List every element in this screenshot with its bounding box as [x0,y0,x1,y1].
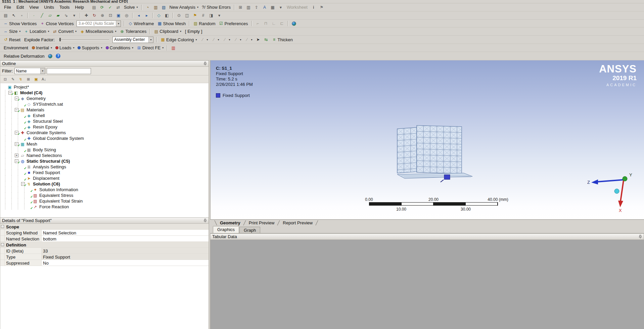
direct-fe-dropdown[interactable]: ⊞Direct FE▾ [135,44,165,51]
tab-geometry[interactable]: Geometry [218,220,242,225]
tab-report-preview[interactable]: Report Preview [281,220,315,225]
rotate-icon[interactable]: ↻ [90,12,98,19]
pin-icon[interactable] [639,235,642,239]
solve-dropdown[interactable]: Solve▾ [122,4,140,11]
menu-tools[interactable]: Tools [57,3,72,11]
tag-label-icon[interactable]: ⚑ [191,12,199,19]
vertex-scale-combo[interactable]: 3.e-002 (Auto Scale)▾ [77,20,121,27]
tree-item-force-reaction[interactable]: ↗✓Force Reaction [2,204,209,210]
tree-item-geometry[interactable]: −◆✓Geometry [2,96,209,101]
clipboard-dropdown[interactable]: ▤Clipboard▾ [152,28,183,35]
collapse-icon[interactable]: - [1,225,4,228]
selection-info-cursor-icon[interactable]: i [310,4,318,11]
wireframe-button[interactable]: ◇Wireframe [126,20,155,27]
select-mode-caret-icon[interactable]: ▾ [70,12,78,19]
convert-dropdown[interactable]: ⇄Convert▾ [51,28,78,35]
preferences-button[interactable]: ☑Preferences [217,20,249,27]
tab-print-preview[interactable]: Print Preview [247,220,277,225]
random-colors-button[interactable]: ▨Random [191,20,217,27]
box-select-icon[interactable]: ▫ [18,12,26,19]
tree-item-static-structural-c5[interactable]: −◍✓Static Structural (C5) [2,158,209,164]
menu-view[interactable]: View [27,3,41,11]
direction-arrow-icon[interactable]: ➤ [254,36,262,43]
section-plane-icon[interactable]: ◨ [207,12,215,19]
fit-view-icon[interactable]: ▣ [114,12,123,19]
image-capture-icon[interactable]: ▦ [269,4,277,11]
thicken-button[interactable]: ≡Thicken [270,36,295,43]
expand-all-icon[interactable]: ⊡ [2,76,9,83]
tab-graphics[interactable]: Graphics [213,226,239,233]
pin-icon[interactable] [203,219,207,223]
tree-item-displacement[interactable]: ➤✓Displacement [2,175,209,181]
box-zoom-icon[interactable]: ⊡ [106,12,114,19]
new-chart-icon[interactable]: ▧ [160,4,168,11]
details-property-value[interactable]: 33 [42,248,209,254]
3d-viewport[interactable]: C: S1_1 Fixed Support Time: 5.2 s 2/26/2… [210,60,644,219]
details-property-value[interactable]: No [42,260,209,266]
tree-item-named-selections[interactable]: +▱Named Selections [2,153,209,158]
expand-more-icon[interactable]: ⊞ [25,76,32,83]
help-icon[interactable]: ? [54,53,62,60]
face-filter-icon[interactable]: ▱ [46,12,54,19]
sheet-icon[interactable]: ⊞ [236,4,244,11]
flash-filter-icon[interactable]: ↯ [17,76,24,83]
inertial-dropdown[interactable]: Inertial▾ [30,44,54,51]
orientation-triad[interactable]: Z X Y [586,167,640,214]
tree-item-global-coordinate-system[interactable]: ✚✓Global Coordinate System [2,135,209,141]
tree-item-project[interactable]: ▣Project* [2,84,209,90]
tree-item-materials[interactable]: −▤✓Materials [2,107,209,113]
assembly-center-combo[interactable]: Assembly Center▾ [112,37,153,43]
show-mesh-button[interactable]: ▦Show Mesh [155,20,187,27]
miscellaneous-dropdown[interactable]: ◈Miscellaneous▾ [78,28,118,35]
commands-icon[interactable]: ▥ [169,44,177,51]
reset-explode-button[interactable]: ↺Reset [2,36,22,43]
new-analysis-dropdown[interactable]: New Analysis▾ [168,4,200,11]
tree-item-eshell[interactable]: ◈✓Eshell [2,113,209,118]
tab-graph[interactable]: Graph [239,227,260,233]
iso-view-icon[interactable]: ◇ [155,12,163,19]
gauge-icon[interactable]: ◔ [144,4,152,11]
tree-item-equivalent-stress[interactable]: ▧✓Equivalent Stress [2,193,209,198]
tree-item-solution-c6[interactable]: −↯✓Solution (C6) [2,181,209,187]
size-dropdown[interactable]: ⇔Size▾ [2,28,22,35]
collapse-icon[interactable]: - [1,243,4,246]
outline-pane-icon[interactable]: ▤ [2,12,10,19]
details-section-scope[interactable]: -Scope [0,224,209,230]
conditions-dropdown[interactable]: Conditions▾ [104,44,135,51]
look-at-icon[interactable]: ◧ [163,12,171,19]
tree-item-fixed-support[interactable]: ■✓Fixed Support [2,170,209,175]
location-dropdown[interactable]: ⌖Location▾ [22,28,51,35]
tree-item-resin-epoxy[interactable]: ◈✓Resin Epoxy [2,124,209,130]
remote-solve-icon[interactable]: ⇄ [114,4,122,11]
menu-edit[interactable]: Edit [14,3,27,11]
viewport-layout-caret-icon[interactable]: ▾ [215,12,223,19]
tag-icon[interactable]: ⚑ [318,4,326,11]
tree-item-analysis-settings[interactable]: ≣✓Analysis Settings [2,164,209,170]
view-sphere-icon[interactable] [290,20,298,27]
details-property-value[interactable]: Fixed Support [42,254,209,260]
details-section-definition[interactable]: -Definition [0,242,209,248]
export-icon[interactable]: ⇪ [252,4,261,11]
extrema-icon[interactable]: ⇆ [262,36,270,43]
menu-units[interactable]: Units [41,3,57,11]
slider-handle[interactable] [59,38,61,41]
tree-expander-icon[interactable]: + [15,154,18,157]
text-annotation-icon[interactable]: A [261,4,269,11]
vertex-filter-icon[interactable]: ∙ [30,12,38,19]
menu-help[interactable]: Help [72,3,87,11]
paste-icon[interactable]: ▤ [90,4,98,11]
filter-input[interactable] [47,68,91,74]
ruler-icon[interactable]: # [199,12,207,19]
chart-icon[interactable]: ▥ [152,4,160,11]
tree-item-solution-information[interactable]: ✦✓Solution Information [2,187,209,193]
show-vertices-button[interactable]: ⇔Show Vertices [2,20,38,27]
pin-icon[interactable] [203,62,207,66]
edge-filter-icon[interactable]: ╱ [38,12,46,19]
magnifier-icon[interactable]: ◎ [123,12,131,19]
menu-file[interactable]: File [1,3,14,11]
capture-caret-icon[interactable]: ▾ [277,4,285,11]
show-errors-button[interactable]: ?/ Show Errors [200,4,232,11]
tree-item-body-sizing[interactable]: ▦✓Body Sizing [2,147,209,153]
filter-type-combo[interactable]: Name ▾ [14,68,45,74]
tree-item-mesh[interactable]: −▦✓Mesh [2,141,209,147]
